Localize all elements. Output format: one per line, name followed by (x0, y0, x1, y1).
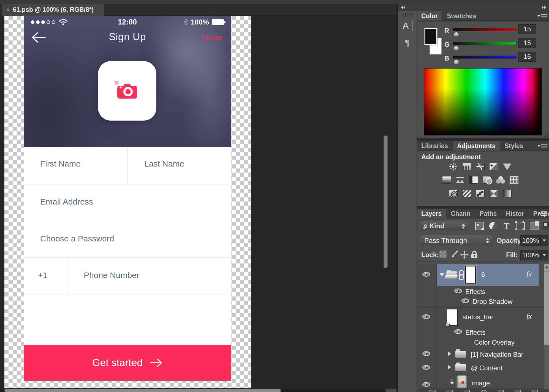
layer-row-group-6[interactable]: 6 fx (417, 264, 544, 286)
effects-eye-icon[interactable] (454, 329, 462, 334)
new-group-icon[interactable] (498, 390, 504, 392)
filter-pixel-layers-icon[interactable] (475, 222, 484, 230)
layer-row-content[interactable]: @ Content (417, 361, 544, 374)
posterize-icon[interactable] (462, 190, 471, 197)
tab-layers[interactable]: Layers (417, 209, 446, 219)
layer-thumbnail[interactable] (446, 309, 458, 326)
filter-kind-dropdown[interactable]: Kind (421, 221, 468, 231)
channel-b-thumb[interactable] (454, 59, 459, 64)
invert-icon[interactable] (449, 190, 458, 197)
effects-eye-icon[interactable] (454, 288, 462, 293)
channel-r-slider[interactable] (453, 28, 517, 31)
layer-name[interactable]: status_bar (463, 313, 493, 321)
country-code-field[interactable]: +1 (38, 271, 47, 280)
layer-style-icon[interactable] (447, 390, 453, 392)
canvas-vertical-scrollbar[interactable] (384, 135, 388, 268)
tab-paths[interactable]: Paths (475, 209, 502, 219)
link-layers-icon[interactable] (430, 390, 436, 392)
visibility-eye-icon[interactable] (422, 365, 430, 370)
channel-b-slider[interactable] (453, 56, 517, 59)
paragraph-panel-icon[interactable]: ¶ (398, 37, 417, 48)
horizontal-scroll-thumb[interactable] (4, 389, 281, 392)
exposure-icon[interactable] (489, 163, 498, 170)
photo-upload-card[interactable]: × (98, 61, 156, 121)
layer-row-effects[interactable]: Effects (417, 286, 544, 296)
layer-name[interactable]: image (472, 379, 490, 387)
threshold-icon[interactable] (476, 190, 485, 197)
last-name-input[interactable]: Last Name (144, 159, 184, 168)
tab-close-icon[interactable]: × (6, 7, 10, 13)
fill-value-box[interactable]: 100% (520, 250, 548, 260)
tab-history[interactable]: Histor (501, 209, 529, 219)
lock-transparency-icon[interactable] (439, 251, 447, 258)
adjustments-panel-menu-icon[interactable] (537, 144, 547, 148)
layer-thumbnail[interactable] (456, 375, 468, 388)
layer-name[interactable]: [1] Navigation Bar (471, 351, 523, 358)
visibility-eye-icon[interactable] (422, 351, 430, 356)
filter-shape-layers-icon[interactable] (516, 222, 525, 230)
group-disclosure-icon[interactable] (439, 273, 444, 276)
layer-name[interactable]: @ Content (471, 364, 502, 372)
visibility-eye-icon[interactable] (422, 382, 430, 387)
drop-shadow-eye-icon[interactable] (461, 298, 469, 303)
channel-g-thumb[interactable] (454, 46, 459, 50)
tab-channels[interactable]: Chann (446, 209, 475, 219)
layer-row-effects[interactable]: Effects (417, 327, 544, 337)
scroll-up-arrow[interactable] (544, 264, 549, 271)
black-and-white-icon[interactable] (469, 176, 478, 184)
visibility-eye-icon[interactable] (422, 272, 430, 277)
panel-resize-grip[interactable] (543, 133, 548, 137)
layer-row-status-bar[interactable]: status_bar fx (417, 308, 544, 327)
group-disclosure-icon[interactable] (448, 365, 451, 370)
channel-g-value[interactable]: 15 (518, 38, 536, 48)
color-lookup-icon[interactable] (510, 176, 518, 184)
scrollbar-thumb[interactable] (544, 271, 549, 345)
done-button[interactable]: Done (202, 33, 222, 42)
gradient-map-icon[interactable] (503, 190, 512, 197)
opacity-value-box[interactable]: 100% (520, 235, 548, 246)
color-balance-icon[interactable] (456, 176, 464, 184)
lock-paint-brush-icon[interactable] (450, 251, 459, 258)
get-started-button[interactable]: Get started (24, 345, 231, 381)
document-tab[interactable]: × 61.psb @ 100% (6, RGB/8*) (2, 4, 104, 16)
opacity-dropdown-icon[interactable] (540, 236, 548, 246)
tab-color[interactable]: Color (417, 11, 442, 21)
layer-list-scrollbar[interactable] (544, 264, 549, 389)
layer-row-navigation-bar[interactable]: [1] Navigation Bar (417, 347, 544, 361)
tab-swatches[interactable]: Swatches (442, 11, 481, 21)
fx-badge[interactable]: fx (526, 270, 532, 278)
layer-row-color-overlay[interactable]: Color Overlay (417, 337, 544, 347)
expand-panels-icon[interactable] (542, 6, 546, 9)
channel-mixer-icon[interactable] (496, 176, 505, 184)
collapse-panels-icon[interactable] (401, 6, 405, 9)
panel-group-divider[interactable] (417, 138, 549, 141)
tab-libraries[interactable]: Libraries (417, 141, 453, 151)
tab-adjustments[interactable]: Adjustments (453, 141, 500, 151)
channel-r-thumb[interactable] (454, 32, 459, 36)
first-name-input[interactable]: First Name (40, 159, 81, 168)
layer-row-drop-shadow[interactable]: Drop Shadow (417, 296, 544, 306)
selective-color-icon[interactable] (489, 190, 498, 197)
foreground-color-swatch[interactable] (425, 28, 437, 45)
panel-group-divider[interactable] (417, 206, 549, 209)
blend-mode-dropdown[interactable]: Pass Through (421, 235, 493, 246)
color-panel-menu-icon[interactable] (537, 14, 547, 18)
lock-position-icon[interactable] (460, 251, 469, 259)
filter-adjustment-layers-icon[interactable] (489, 222, 497, 230)
layer-thumbnail[interactable] (465, 266, 476, 284)
layer-name[interactable]: 6 (481, 271, 485, 279)
channel-g-slider[interactable] (453, 42, 517, 45)
layers-panel-menu-icon[interactable] (537, 211, 547, 216)
layer-row-image[interactable]: image (417, 374, 544, 389)
layer-mask-icon[interactable] (464, 390, 470, 392)
photo-filter-icon[interactable] (483, 176, 491, 184)
tab-styles[interactable]: Styles (500, 141, 528, 151)
filter-toggle-icon[interactable] (543, 222, 549, 230)
vibrance-icon[interactable] (503, 163, 512, 170)
password-input[interactable]: Choose a Password (40, 234, 114, 243)
channel-r-value[interactable]: 15 (518, 24, 536, 34)
color-spectrum-picker[interactable] (424, 68, 542, 135)
lock-all-icon[interactable] (471, 251, 478, 259)
new-layer-icon[interactable] (515, 390, 521, 392)
delete-layer-icon[interactable] (532, 390, 538, 392)
